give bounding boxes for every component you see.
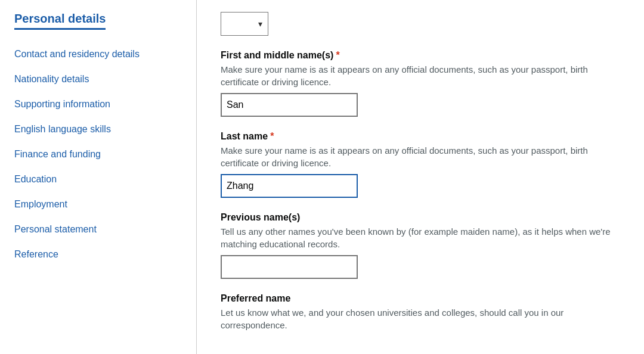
first-name-required: * (336, 50, 339, 60)
sidebar-link-reference[interactable]: Reference (14, 242, 184, 267)
sidebar-link-contact[interactable]: Contact and residency details (14, 42, 184, 67)
preferred-name-group: Preferred name Let us know what we, and … (221, 293, 620, 331)
sidebar-item-supporting[interactable]: Supporting information (14, 92, 184, 117)
last-name-group: Last name* Make sure your name is as it … (221, 131, 620, 198)
sidebar-item-reference[interactable]: Reference (14, 242, 184, 267)
sidebar-link-employment[interactable]: Employment (14, 192, 184, 217)
preferred-name-label: Preferred name (221, 293, 620, 304)
sidebar-title: Personal details (14, 12, 106, 30)
first-name-group: First and middle name(s)* Make sure your… (221, 50, 620, 117)
title-select[interactable]: Mr Mrs Ms Miss Dr Prof Rev Other (221, 12, 268, 36)
sidebar-item-finance[interactable]: Finance and funding (14, 142, 184, 167)
previous-name-label: Previous name(s) (221, 212, 620, 223)
sidebar-item-employment[interactable]: Employment (14, 192, 184, 217)
sidebar-item-personal-statement[interactable]: Personal statement (14, 217, 184, 242)
first-name-input[interactable] (221, 93, 358, 117)
previous-name-input[interactable] (221, 255, 358, 279)
sidebar-link-supporting[interactable]: Supporting information (14, 92, 184, 117)
previous-name-hint: Tell us any other names you've been know… (221, 225, 620, 250)
title-dropdown-container: Mr Mrs Ms Miss Dr Prof Rev Other (221, 12, 268, 36)
first-name-label: First and middle name(s)* (221, 50, 620, 61)
sidebar-nav-list: Contact and residency details Nationalit… (14, 42, 184, 267)
preferred-name-hint: Let us know what we, and your chosen uni… (221, 306, 620, 331)
sidebar-link-education[interactable]: Education (14, 167, 184, 192)
sidebar-link-english[interactable]: English language skills (14, 117, 184, 142)
sidebar-link-personal-statement[interactable]: Personal statement (14, 217, 184, 242)
sidebar-link-finance[interactable]: Finance and funding (14, 142, 184, 167)
main-content: Mr Mrs Ms Miss Dr Prof Rev Other First a… (197, 0, 644, 354)
sidebar-item-english[interactable]: English language skills (14, 117, 184, 142)
sidebar-item-nationality[interactable]: Nationality details (14, 67, 184, 92)
last-name-label: Last name* (221, 131, 620, 142)
sidebar-item-education[interactable]: Education (14, 167, 184, 192)
sidebar-link-nationality[interactable]: Nationality details (14, 67, 184, 92)
sidebar-nav: Contact and residency details Nationalit… (14, 42, 184, 267)
title-dropdown-wrapper: Mr Mrs Ms Miss Dr Prof Rev Other (221, 12, 620, 36)
first-name-hint: Make sure your name is as it appears on … (221, 63, 620, 88)
last-name-hint: Make sure your name is as it appears on … (221, 144, 620, 169)
sidebar-item-contact[interactable]: Contact and residency details (14, 42, 184, 67)
sidebar: Personal details Contact and residency d… (0, 0, 197, 354)
previous-name-group: Previous name(s) Tell us any other names… (221, 212, 620, 279)
last-name-input[interactable] (221, 174, 358, 198)
last-name-required: * (270, 131, 274, 141)
